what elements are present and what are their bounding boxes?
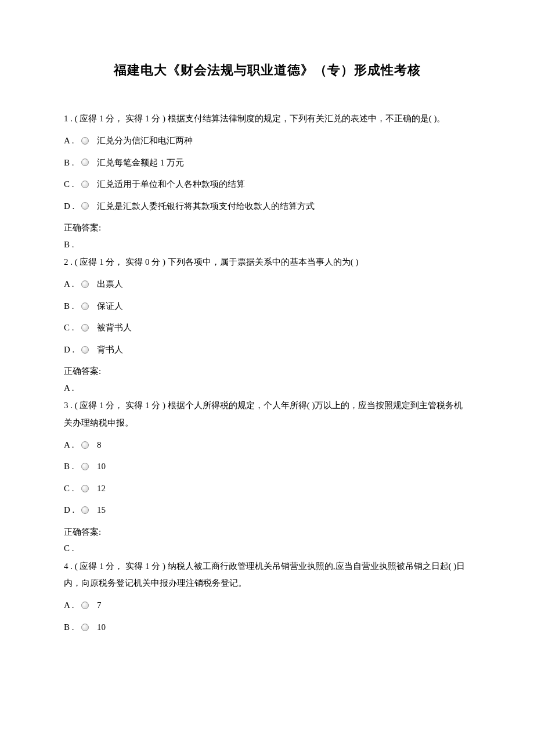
option-text: 被背书人 [97,319,132,336]
q3-num: 3 [64,401,68,410]
radio-icon[interactable] [81,346,89,354]
option-label: C . [64,480,81,497]
option-label: A . [64,437,81,453]
question-2-text: 2 . ( 应得 1 分， 实得 0 分 ) 下列各项中，属于票据关系中的基本当… [64,254,470,271]
q1-option-b: B . 汇兑每笔金额起 1 万元 [64,154,470,171]
radio-icon[interactable] [81,303,89,310]
option-label: D . [64,198,81,215]
q2-option-c: C . 被背书人 [64,319,470,336]
q2-option-a: A . 出票人 [64,276,470,293]
q2-score: ( 应得 1 分， 实得 0 分 ) [75,257,165,267]
q3-option-b: B . 10 [64,458,470,475]
q3-option-d: D . 15 [64,502,470,519]
radio-icon[interactable] [81,506,89,514]
option-label: B . [64,458,81,475]
q2-num: 2 [64,257,68,267]
question-3: 3 . ( 应得 1 分， 实得 1 分 ) 根据个人所得税的规定，个人年所得(… [64,397,470,557]
q2-stem: 下列各项中，属于票据关系中的基本当事人的为( ) [168,257,359,267]
option-text: 15 [97,502,106,519]
q3-option-c: C . 12 [64,480,470,497]
q1-answer: B . [64,236,470,253]
radio-icon[interactable] [81,441,89,449]
option-label: B . [64,154,81,171]
question-4: 4 . ( 应得 1 分， 实得 1 分 ) 纳税人被工商行政管理机关吊销营业执… [64,558,470,636]
q1-option-d: D . 汇兑是汇款人委托银行将其款项支付给收款人的结算方式 [64,198,470,215]
q1-answer-label: 正确答案: [64,219,470,236]
question-3-text: 3 . ( 应得 1 分， 实得 1 分 ) 根据个人所得税的规定，个人年所得(… [64,397,470,431]
radio-icon[interactable] [81,181,89,188]
option-label: D . [64,502,81,519]
radio-icon[interactable] [81,280,89,288]
q1-option-c: C . 汇兑适用于单位和个人各种款项的结算 [64,176,470,193]
option-label: A . [64,276,81,293]
option-label: B . [64,619,81,636]
q3-option-a: A . 8 [64,437,470,453]
option-text: 10 [97,458,106,475]
radio-icon[interactable] [81,463,89,470]
q4-option-b: B . 10 [64,619,470,636]
q1-option-a: A . 汇兑分为信汇和电汇两种 [64,132,470,149]
q4-num: 4 [64,561,68,571]
radio-icon[interactable] [81,602,89,609]
q2-option-b: B . 保证人 [64,298,470,315]
option-text: 8 [97,437,102,453]
q2-option-d: D . 背书人 [64,341,470,358]
q1-stem: 根据支付结算法律制度的规定，下列有关汇兑的表述中，不正确的是( )。 [168,114,446,123]
option-text: 出票人 [97,276,123,293]
option-label: C . [64,176,81,193]
option-text: 背书人 [97,341,123,358]
option-label: B . [64,298,81,315]
q4-score: ( 应得 1 分， 实得 1 分 ) [75,561,165,571]
q1-num: 1 [64,114,68,123]
radio-icon[interactable] [81,624,89,631]
q3-score: ( 应得 1 分， 实得 1 分 ) [75,401,165,410]
question-2: 2 . ( 应得 1 分， 实得 0 分 ) 下列各项中，属于票据关系中的基本当… [64,254,470,396]
option-label: A . [64,597,81,614]
q4-option-a: A . 7 [64,597,470,614]
option-text: 12 [97,480,106,497]
option-text: 汇兑适用于单位和个人各种款项的结算 [97,176,245,193]
question-1: 1 . ( 应得 1 分， 实得 1 分 ) 根据支付结算法律制度的规定，下列有… [64,110,470,253]
radio-icon[interactable] [81,202,89,210]
option-text: 7 [97,597,102,614]
option-text: 保证人 [97,298,123,315]
page-title: 福建电大《财会法规与职业道德》（专）形成性考核 [64,58,470,82]
option-text: 汇兑是汇款人委托银行将其款项支付给收款人的结算方式 [97,198,315,215]
radio-icon[interactable] [81,137,89,145]
option-label: C . [64,319,81,336]
radio-icon[interactable] [81,485,89,492]
q2-answer: A . [64,380,470,397]
option-text: 10 [97,619,106,636]
option-label: A . [64,132,81,149]
q2-answer-label: 正确答案: [64,363,470,380]
radio-icon[interactable] [81,324,89,332]
q3-answer: C . [64,540,470,557]
question-4-text: 4 . ( 应得 1 分， 实得 1 分 ) 纳税人被工商行政管理机关吊销营业执… [64,558,470,592]
question-1-text: 1 . ( 应得 1 分， 实得 1 分 ) 根据支付结算法律制度的规定，下列有… [64,110,470,127]
radio-icon[interactable] [81,159,89,166]
q1-score: ( 应得 1 分， 实得 1 分 ) [75,114,165,123]
q3-answer-label: 正确答案: [64,524,470,541]
option-text: 汇兑分为信汇和电汇两种 [97,132,193,149]
option-label: D . [64,341,81,358]
option-text: 汇兑每笔金额起 1 万元 [97,154,184,171]
